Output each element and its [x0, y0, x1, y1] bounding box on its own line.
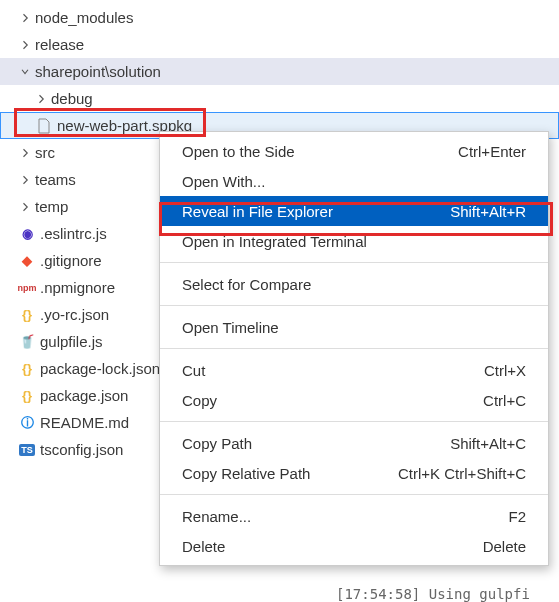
- context-menu-shortcut: Ctrl+K Ctrl+Shift+C: [398, 465, 526, 482]
- folder-item[interactable]: debug: [0, 85, 559, 112]
- tree-item-label: release: [35, 36, 84, 53]
- context-menu-item[interactable]: Open Timeline: [160, 312, 548, 342]
- context-menu-label: Open With...: [182, 173, 265, 190]
- tree-item-label: .yo-rc.json: [40, 306, 109, 323]
- tree-item-label: package-lock.json: [40, 360, 160, 377]
- context-menu-separator: [160, 348, 548, 349]
- folder-item[interactable]: node_modules: [0, 4, 559, 31]
- context-menu-label: Delete: [182, 538, 225, 555]
- gulp-icon: 🥤: [18, 333, 36, 351]
- tree-item-label: .npmignore: [40, 279, 115, 296]
- context-menu-separator: [160, 262, 548, 263]
- context-menu-item[interactable]: Open With...: [160, 166, 548, 196]
- terminal-output: [17:54:58] Using gulpfi: [336, 586, 530, 602]
- json-icon: {}: [18, 360, 36, 378]
- context-menu-shortcut: Ctrl+X: [484, 362, 526, 379]
- eslint-icon: ◉: [18, 225, 36, 243]
- context-menu-shortcut: Ctrl+Enter: [458, 143, 526, 160]
- tree-item-label: gulpfile.js: [40, 333, 103, 350]
- context-menu-label: Copy Relative Path: [182, 465, 310, 482]
- context-menu-label: Open Timeline: [182, 319, 279, 336]
- context-menu-item[interactable]: CutCtrl+X: [160, 355, 548, 385]
- context-menu-item[interactable]: Reveal in File ExplorerShift+Alt+R: [160, 196, 548, 226]
- chevron-right-icon: [18, 38, 32, 52]
- context-menu-label: Open in Integrated Terminal: [182, 233, 367, 250]
- tree-item-label: package.json: [40, 387, 128, 404]
- tree-item-label: sharepoint\solution: [35, 63, 161, 80]
- context-menu-item[interactable]: Rename...F2: [160, 501, 548, 531]
- npm-icon: npm: [18, 279, 36, 297]
- folder-item[interactable]: release: [0, 31, 559, 58]
- tree-item-label: .gitignore: [40, 252, 102, 269]
- context-menu-shortcut: Shift+Alt+R: [450, 203, 526, 220]
- tree-item-label: debug: [51, 90, 93, 107]
- context-menu-item[interactable]: Open to the SideCtrl+Enter: [160, 136, 548, 166]
- tree-item-label: tsconfig.json: [40, 441, 123, 458]
- context-menu-separator: [160, 305, 548, 306]
- chevron-right-icon: [18, 11, 32, 25]
- context-menu-shortcut: F2: [508, 508, 526, 525]
- context-menu-label: Cut: [182, 362, 205, 379]
- context-menu-label: Rename...: [182, 508, 251, 525]
- context-menu-label: Copy: [182, 392, 217, 409]
- chevron-right-icon: [18, 146, 32, 160]
- context-menu-label: Open to the Side: [182, 143, 295, 160]
- git-icon: ◆: [18, 252, 36, 270]
- chevron-right-icon: [34, 92, 48, 106]
- chevron-right-icon: [18, 173, 32, 187]
- context-menu-shortcut: Delete: [483, 538, 526, 555]
- context-menu-label: Copy Path: [182, 435, 252, 452]
- tree-item-label: .eslintrc.js: [40, 225, 107, 242]
- context-menu-item[interactable]: DeleteDelete: [160, 531, 548, 561]
- tree-item-label: temp: [35, 198, 68, 215]
- context-menu: Open to the SideCtrl+EnterOpen With...Re…: [159, 131, 549, 566]
- context-menu-separator: [160, 421, 548, 422]
- tree-item-label: src: [35, 144, 55, 161]
- ts-icon: TS: [18, 441, 36, 459]
- context-menu-item[interactable]: Open in Integrated Terminal: [160, 226, 548, 256]
- tree-item-label: node_modules: [35, 9, 133, 26]
- chevron-right-icon: [18, 200, 32, 214]
- context-menu-shortcut: Ctrl+C: [483, 392, 526, 409]
- folder-item[interactable]: sharepoint\solution: [0, 58, 559, 85]
- context-menu-item[interactable]: Select for Compare: [160, 269, 548, 299]
- tree-item-label: README.md: [40, 414, 129, 431]
- info-icon: ⓘ: [18, 414, 36, 432]
- context-menu-label: Reveal in File Explorer: [182, 203, 333, 220]
- context-menu-label: Select for Compare: [182, 276, 311, 293]
- context-menu-item[interactable]: Copy PathShift+Alt+C: [160, 428, 548, 458]
- file-icon: [35, 117, 53, 135]
- chevron-down-icon: [18, 65, 32, 79]
- context-menu-item[interactable]: Copy Relative PathCtrl+K Ctrl+Shift+C: [160, 458, 548, 488]
- context-menu-shortcut: Shift+Alt+C: [450, 435, 526, 452]
- context-menu-item[interactable]: CopyCtrl+C: [160, 385, 548, 415]
- context-menu-separator: [160, 494, 548, 495]
- json-icon: {}: [18, 306, 36, 324]
- json-icon: {}: [18, 387, 36, 405]
- tree-item-label: teams: [35, 171, 76, 188]
